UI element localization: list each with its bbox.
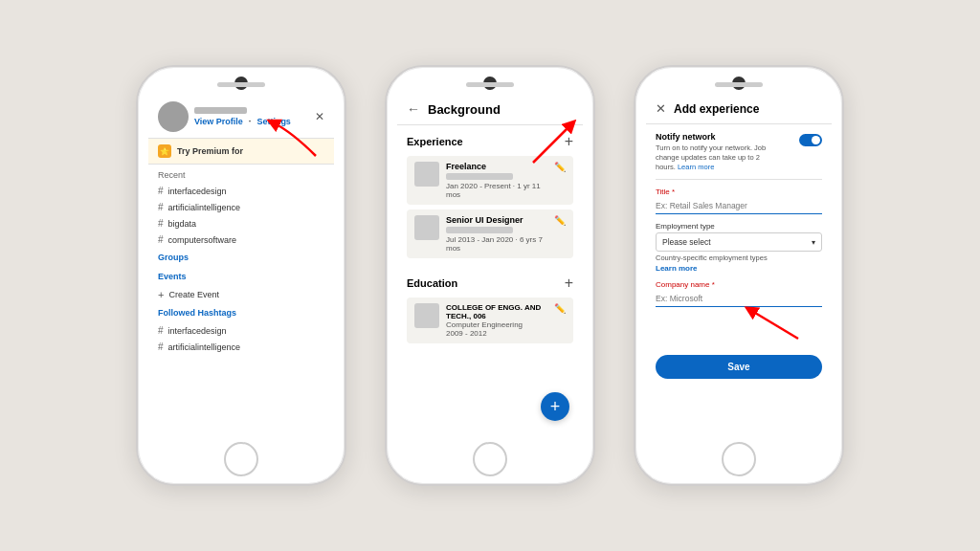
p3-company-label: Company name * — [656, 280, 822, 289]
p3-header: ✕ Add experience — [646, 94, 832, 124]
p2-experience-header: Experience + — [407, 133, 573, 150]
hashtag-2-label: artificialintelligence — [168, 203, 241, 212]
p2-edu1-edit-icon[interactable]: ✏️ — [554, 303, 566, 314]
groups-link[interactable]: Groups — [148, 248, 334, 267]
p3-employment-select[interactable]: Please select ▾ — [656, 232, 822, 252]
p2-exp1-logo — [414, 162, 439, 187]
phone-1-content: View Profile · Settings ✕ ⭐ Try Premium — [148, 94, 334, 434]
p3-arrow-container — [656, 315, 822, 343]
p2-education-header: Education + — [407, 275, 573, 292]
p2-education-section: Education + COLLEGE OF ENGG. AND TECH., … — [397, 267, 583, 352]
p3-employment-learn-more[interactable]: Learn more — [656, 264, 822, 273]
p2-experience-title: Experience — [407, 136, 463, 147]
p3-notify-desc: Turn on to notify your network. Job chan… — [656, 143, 780, 171]
p2-exp1-info: Freelance Jan 2020 - Present · 1 yr 11 m… — [446, 162, 547, 199]
p2-exp1-edit-icon[interactable]: ✏️ — [554, 162, 566, 172]
p2-exp2-date: Jul 2013 - Jan 2020 · 6 yrs 7 mos — [446, 235, 547, 253]
p3-notify-section: Notify network Turn on to notify your ne… — [656, 132, 822, 180]
create-event-plus-icon: + — [158, 289, 164, 300]
p1-header: View Profile · Settings ✕ — [148, 94, 334, 139]
p3-title-field: Title * — [656, 187, 822, 214]
premium-label: Try Premium for — [177, 146, 243, 156]
p2-exp2-info: Senior UI Designer Jul 2013 - Jan 2020 ·… — [446, 215, 547, 253]
p3-notify-title: Notify network — [656, 132, 780, 142]
p3-select-hint: Country-specific employment types — [656, 253, 822, 262]
settings-link[interactable]: Settings — [256, 117, 291, 126]
p2-experience-section: Experience + Freelance Ja — [397, 125, 583, 267]
phones-container: View Profile · Settings ✕ ⭐ Try Premium — [0, 0, 980, 551]
p1-avatar — [158, 101, 189, 132]
p2-education-title: Education — [407, 277, 457, 289]
phone-2-screen: ← Background Experience + — [397, 94, 583, 434]
phone-1-speaker — [217, 82, 265, 87]
p3-save-button[interactable]: Save — [656, 355, 822, 379]
fhash-icon-1: # — [158, 325, 164, 336]
phone-3-home-button[interactable] — [722, 442, 756, 476]
hash-icon-2: # — [158, 202, 164, 212]
p3-title: Add experience — [674, 102, 759, 116]
p2-education-card-1[interactable]: COLLEGE OF ENGG. AND TECH., 006 Computer… — [407, 298, 573, 343]
p2-exp2-logo — [414, 215, 439, 240]
dot-separator: · — [249, 117, 252, 126]
phone-1: View Profile · Settings ✕ ⭐ Try Premium — [136, 65, 346, 486]
view-profile-link[interactable]: View Profile — [194, 117, 243, 126]
p2-exp2-edit-icon[interactable]: ✏️ — [554, 215, 566, 226]
phone-3: ✕ Add experience Notify network Turn on … — [634, 65, 844, 486]
p2-fab-button[interactable]: + — [541, 392, 569, 421]
p1-hashtag-4[interactable]: # computersoftware — [148, 231, 334, 248]
phone-2-content: ← Background Experience + — [397, 94, 583, 434]
followed-hashtag-2-label: artificialintelligence — [168, 342, 241, 352]
chevron-down-icon: ▾ — [812, 238, 815, 247]
p2-add-experience-button[interactable]: + — [565, 133, 573, 150]
phone-2-speaker — [466, 82, 514, 87]
p2-header: ← Background — [397, 94, 583, 125]
p2-edu1-sub: Computer Engineering — [446, 320, 547, 329]
p2-add-education-button[interactable]: + — [565, 275, 573, 292]
p1-premium-banner[interactable]: ⭐ Try Premium for — [148, 139, 334, 165]
phone-1-screen: View Profile · Settings ✕ ⭐ Try Premium — [148, 94, 334, 434]
p1-close-button[interactable]: ✕ — [315, 110, 324, 123]
followed-hashtags-label: Followed Hashtags — [148, 303, 334, 322]
p3-title-label: Title * — [656, 187, 822, 196]
phone-3-screen: ✕ Add experience Notify network Turn on … — [646, 94, 832, 434]
followed-hashtag-1[interactable]: # interfacedesign — [148, 322, 334, 339]
p3-close-button[interactable]: ✕ — [656, 101, 666, 116]
phone-2: ← Background Experience + — [385, 65, 595, 486]
p2-edu1-info: COLLEGE OF ENGG. AND TECH., 006 Computer… — [446, 303, 547, 338]
p2-exp2-sub — [446, 227, 513, 233]
hash-icon-3: # — [158, 218, 164, 229]
p2-edu1-logo — [414, 303, 439, 328]
p3-notify-learn-more[interactable]: Learn more — [678, 163, 714, 171]
fhash-icon-2: # — [158, 342, 164, 352]
p2-exp2-title: Senior UI Designer — [446, 215, 547, 225]
p1-hashtag-3[interactable]: # bigdata — [148, 215, 334, 231]
p2-back-button[interactable]: ← — [407, 101, 420, 117]
events-link[interactable]: Events — [148, 267, 334, 286]
p2-edu1-date: 2009 - 2012 — [446, 329, 547, 338]
p3-select-value: Please select — [662, 237, 711, 247]
p2-experience-card-2[interactable]: Senior UI Designer Jul 2013 - Jan 2020 ·… — [407, 209, 573, 258]
p1-recent-label: Recent — [148, 165, 334, 183]
p2-experience-card-1[interactable]: Freelance Jan 2020 - Present · 1 yr 11 m… — [407, 156, 573, 205]
hash-icon-1: # — [158, 186, 164, 196]
create-event-label: Create Event — [168, 290, 219, 299]
p3-employment-label: Employment type — [656, 222, 822, 231]
p1-hashtag-2[interactable]: # artificialintelligence — [148, 199, 334, 215]
hashtag-4-label: computersoftware — [168, 235, 237, 245]
hashtag-1-label: interfacedesign — [168, 187, 227, 196]
hash-icon-4: # — [158, 234, 164, 245]
phone-2-home-button[interactable] — [473, 442, 507, 476]
phone-1-home-button[interactable] — [224, 442, 258, 476]
p2-exp1-title: Freelance — [446, 162, 547, 171]
p1-username-blurred — [194, 107, 247, 114]
p3-notify-text: Notify network Turn on to notify your ne… — [656, 132, 780, 171]
p3-notify-toggle[interactable] — [799, 134, 822, 146]
p3-title-input[interactable] — [656, 198, 822, 214]
arrow-to-company — [736, 305, 803, 343]
p1-header-links[interactable]: View Profile · Settings — [194, 117, 291, 126]
followed-hashtag-2[interactable]: # artificialintelligence — [148, 339, 334, 355]
create-event-item[interactable]: + Create Event — [148, 286, 334, 303]
phone-3-content: ✕ Add experience Notify network Turn on … — [646, 94, 832, 434]
p3-employment-field: Employment type Please select ▾ Country-… — [656, 222, 822, 273]
p1-hashtag-1[interactable]: # interfacedesign — [148, 183, 334, 199]
